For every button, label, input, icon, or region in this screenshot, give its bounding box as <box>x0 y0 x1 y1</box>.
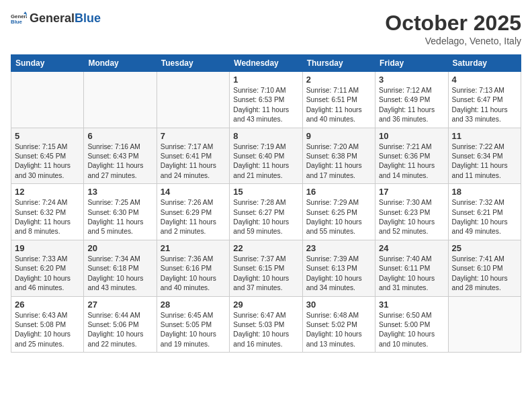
day-info: Sunrise: 7:40 AM Sunset: 6:11 PM Dayligh… <box>379 255 444 293</box>
day-info: Sunrise: 7:36 AM Sunset: 6:16 PM Dayligh… <box>161 255 226 293</box>
svg-marker-2 <box>24 11 27 14</box>
day-number: 17 <box>379 187 444 197</box>
calendar-cell <box>448 296 521 353</box>
svg-text:Blue: Blue <box>11 19 23 25</box>
day-number: 13 <box>87 187 152 197</box>
calendar-cell: 16Sunrise: 7:29 AM Sunset: 6:25 PM Dayli… <box>302 184 375 240</box>
page-header: General Blue GeneralBlue October 2025 Ve… <box>11 11 521 46</box>
day-info: Sunrise: 6:48 AM Sunset: 5:02 PM Dayligh… <box>306 311 371 350</box>
day-info: Sunrise: 7:37 AM Sunset: 6:15 PM Dayligh… <box>233 255 298 293</box>
calendar-week-4: 19Sunrise: 7:33 AM Sunset: 6:20 PM Dayli… <box>11 240 521 296</box>
calendar-cell: 12Sunrise: 7:24 AM Sunset: 6:32 PM Dayli… <box>11 184 84 240</box>
day-number: 26 <box>15 300 80 310</box>
day-info: Sunrise: 7:11 AM Sunset: 6:51 PM Dayligh… <box>306 86 371 125</box>
calendar-cell: 23Sunrise: 7:39 AM Sunset: 6:13 PM Dayli… <box>302 240 375 296</box>
weekday-header-wednesday: Wednesday <box>230 55 302 72</box>
day-number: 20 <box>87 243 152 253</box>
svg-text:General: General <box>11 13 27 19</box>
logo-icon: General Blue <box>11 11 27 27</box>
calendar-cell: 9Sunrise: 7:20 AM Sunset: 6:38 PM Daylig… <box>302 128 375 184</box>
day-info: Sunrise: 7:13 AM Sunset: 6:47 PM Dayligh… <box>452 86 517 125</box>
day-number: 18 <box>452 187 517 197</box>
day-info: Sunrise: 6:44 AM Sunset: 5:06 PM Dayligh… <box>87 311 152 350</box>
calendar-week-2: 5Sunrise: 7:15 AM Sunset: 6:45 PM Daylig… <box>11 128 521 184</box>
weekday-header-sunday: Sunday <box>11 55 84 72</box>
calendar-cell: 19Sunrise: 7:33 AM Sunset: 6:20 PM Dayli… <box>11 240 84 296</box>
day-number: 4 <box>452 75 517 85</box>
day-info: Sunrise: 7:32 AM Sunset: 6:21 PM Dayligh… <box>452 198 517 237</box>
day-info: Sunrise: 6:47 AM Sunset: 5:03 PM Dayligh… <box>233 311 298 350</box>
day-info: Sunrise: 7:33 AM Sunset: 6:20 PM Dayligh… <box>15 255 80 293</box>
day-number: 31 <box>379 300 444 310</box>
calendar-cell: 21Sunrise: 7:36 AM Sunset: 6:16 PM Dayli… <box>157 240 229 296</box>
location: Vedelago, Veneto, Italy <box>385 36 521 46</box>
calendar-cell: 11Sunrise: 7:22 AM Sunset: 6:34 PM Dayli… <box>448 128 521 184</box>
month-title: October 2025 <box>385 11 521 36</box>
day-number: 16 <box>306 187 371 197</box>
day-number: 3 <box>379 75 444 85</box>
calendar-cell: 27Sunrise: 6:44 AM Sunset: 5:06 PM Dayli… <box>84 296 157 353</box>
logo: General Blue GeneralBlue <box>11 11 101 27</box>
calendar-cell: 30Sunrise: 6:48 AM Sunset: 5:02 PM Dayli… <box>302 296 375 353</box>
calendar-cell: 28Sunrise: 6:45 AM Sunset: 5:05 PM Dayli… <box>157 296 229 353</box>
day-number: 23 <box>306 243 371 253</box>
calendar-cell <box>11 72 84 128</box>
weekday-header-row: SundayMondayTuesdayWednesdayThursdayFrid… <box>11 55 521 72</box>
day-number: 24 <box>379 243 444 253</box>
day-info: Sunrise: 7:21 AM Sunset: 6:36 PM Dayligh… <box>379 142 444 181</box>
day-info: Sunrise: 6:43 AM Sunset: 5:08 PM Dayligh… <box>15 311 80 350</box>
calendar-cell: 8Sunrise: 7:19 AM Sunset: 6:40 PM Daylig… <box>230 128 302 184</box>
day-number: 15 <box>233 187 298 197</box>
weekday-header-saturday: Saturday <box>448 55 521 72</box>
calendar-cell: 24Sunrise: 7:40 AM Sunset: 6:11 PM Dayli… <box>375 240 448 296</box>
calendar-cell: 29Sunrise: 6:47 AM Sunset: 5:03 PM Dayli… <box>230 296 302 353</box>
day-info: Sunrise: 7:19 AM Sunset: 6:40 PM Dayligh… <box>233 142 298 181</box>
day-info: Sunrise: 7:15 AM Sunset: 6:45 PM Dayligh… <box>15 142 80 181</box>
calendar-cell: 7Sunrise: 7:17 AM Sunset: 6:41 PM Daylig… <box>157 128 229 184</box>
day-info: Sunrise: 7:24 AM Sunset: 6:32 PM Dayligh… <box>15 198 80 237</box>
weekday-header-monday: Monday <box>84 55 157 72</box>
calendar-cell: 26Sunrise: 6:43 AM Sunset: 5:08 PM Dayli… <box>11 296 84 353</box>
day-number: 19 <box>15 243 80 253</box>
calendar-cell <box>157 72 229 128</box>
calendar-cell: 18Sunrise: 7:32 AM Sunset: 6:21 PM Dayli… <box>448 184 521 240</box>
day-number: 25 <box>452 243 517 253</box>
day-info: Sunrise: 7:17 AM Sunset: 6:41 PM Dayligh… <box>161 142 226 181</box>
day-number: 8 <box>233 131 298 141</box>
day-info: Sunrise: 7:22 AM Sunset: 6:34 PM Dayligh… <box>452 142 517 181</box>
day-info: Sunrise: 7:39 AM Sunset: 6:13 PM Dayligh… <box>306 255 371 293</box>
day-info: Sunrise: 6:50 AM Sunset: 5:00 PM Dayligh… <box>379 311 444 350</box>
logo-text-blue: Blue <box>75 12 101 26</box>
day-number: 1 <box>233 75 298 85</box>
calendar-cell: 13Sunrise: 7:25 AM Sunset: 6:30 PM Dayli… <box>84 184 157 240</box>
calendar-cell <box>84 72 157 128</box>
calendar-cell: 3Sunrise: 7:12 AM Sunset: 6:49 PM Daylig… <box>375 72 448 128</box>
day-info: Sunrise: 7:20 AM Sunset: 6:38 PM Dayligh… <box>306 142 371 181</box>
day-number: 7 <box>161 131 226 141</box>
calendar-week-5: 26Sunrise: 6:43 AM Sunset: 5:08 PM Dayli… <box>11 296 521 353</box>
calendar-cell: 5Sunrise: 7:15 AM Sunset: 6:45 PM Daylig… <box>11 128 84 184</box>
calendar-week-3: 12Sunrise: 7:24 AM Sunset: 6:32 PM Dayli… <box>11 184 521 240</box>
day-number: 2 <box>306 75 371 85</box>
day-number: 11 <box>452 131 517 141</box>
day-info: Sunrise: 7:30 AM Sunset: 6:23 PM Dayligh… <box>379 198 444 237</box>
weekday-header-thursday: Thursday <box>302 55 375 72</box>
calendar-cell: 6Sunrise: 7:16 AM Sunset: 6:43 PM Daylig… <box>84 128 157 184</box>
logo-text-general: General <box>30 12 75 26</box>
calendar-cell: 25Sunrise: 7:41 AM Sunset: 6:10 PM Dayli… <box>448 240 521 296</box>
day-info: Sunrise: 7:41 AM Sunset: 6:10 PM Dayligh… <box>452 255 517 293</box>
day-number: 29 <box>233 300 298 310</box>
calendar-cell: 15Sunrise: 7:28 AM Sunset: 6:27 PM Dayli… <box>230 184 302 240</box>
calendar-cell: 22Sunrise: 7:37 AM Sunset: 6:15 PM Dayli… <box>230 240 302 296</box>
title-block: October 2025 Vedelago, Veneto, Italy <box>385 11 521 46</box>
day-info: Sunrise: 7:29 AM Sunset: 6:25 PM Dayligh… <box>306 198 371 237</box>
calendar-cell: 1Sunrise: 7:10 AM Sunset: 6:53 PM Daylig… <box>230 72 302 128</box>
day-info: Sunrise: 7:26 AM Sunset: 6:29 PM Dayligh… <box>161 198 226 237</box>
calendar-cell: 10Sunrise: 7:21 AM Sunset: 6:36 PM Dayli… <box>375 128 448 184</box>
day-number: 9 <box>306 131 371 141</box>
day-info: Sunrise: 7:34 AM Sunset: 6:18 PM Dayligh… <box>87 255 152 293</box>
weekday-header-tuesday: Tuesday <box>157 55 229 72</box>
calendar-cell: 2Sunrise: 7:11 AM Sunset: 6:51 PM Daylig… <box>302 72 375 128</box>
day-number: 6 <box>87 131 152 141</box>
day-number: 14 <box>161 187 226 197</box>
